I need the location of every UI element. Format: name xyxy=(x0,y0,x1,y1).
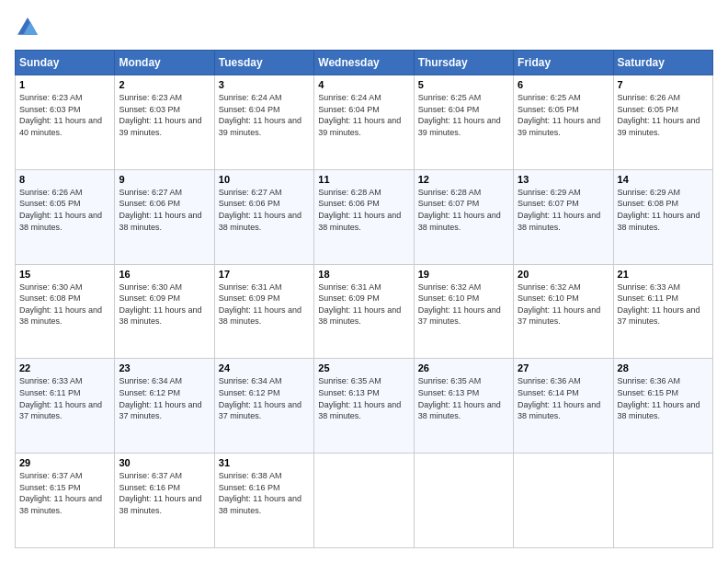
calendar-cell: 20 Sunrise: 6:32 AM Sunset: 6:10 PM Dayl… xyxy=(514,264,613,359)
day-info: Sunrise: 6:31 AM Sunset: 6:09 PM Dayligh… xyxy=(219,282,310,327)
day-number: 23 xyxy=(119,362,210,373)
calendar-cell: 17 Sunrise: 6:31 AM Sunset: 6:09 PM Dayl… xyxy=(214,264,313,359)
day-info: Sunrise: 6:28 AM Sunset: 6:07 PM Dayligh… xyxy=(418,187,509,233)
page: SundayMondayTuesdayWednesdayThursdayFrid… xyxy=(0,0,728,563)
calendar-cell: 24 Sunrise: 6:34 AM Sunset: 6:12 PM Dayl… xyxy=(214,359,313,454)
day-number: 13 xyxy=(518,174,609,185)
calendar-cell: 6 Sunrise: 6:25 AM Sunset: 6:05 PM Dayli… xyxy=(514,75,613,170)
day-number: 25 xyxy=(318,362,409,373)
calendar-cell: 22 Sunrise: 6:33 AM Sunset: 6:11 PM Dayl… xyxy=(16,359,115,454)
day-number: 17 xyxy=(219,269,310,280)
calendar-cell: 1 Sunrise: 6:23 AM Sunset: 6:03 PM Dayli… xyxy=(16,75,115,170)
day-info: Sunrise: 6:24 AM Sunset: 6:04 PM Dayligh… xyxy=(318,92,409,138)
day-info: Sunrise: 6:30 AM Sunset: 6:09 PM Dayligh… xyxy=(119,282,210,327)
day-number: 29 xyxy=(19,457,110,468)
day-number: 7 xyxy=(618,79,709,90)
calendar-cell xyxy=(514,454,613,548)
calendar-week-row: 8 Sunrise: 6:26 AM Sunset: 6:05 PM Dayli… xyxy=(16,169,713,264)
calendar-day-header: Monday xyxy=(115,51,214,75)
day-number: 8 xyxy=(19,174,110,185)
day-info: Sunrise: 6:25 AM Sunset: 6:05 PM Dayligh… xyxy=(518,92,609,138)
day-number: 10 xyxy=(219,174,310,185)
calendar-day-header: Thursday xyxy=(414,51,513,75)
calendar-cell: 8 Sunrise: 6:26 AM Sunset: 6:05 PM Dayli… xyxy=(16,169,115,264)
calendar-cell: 4 Sunrise: 6:24 AM Sunset: 6:04 PM Dayli… xyxy=(314,75,414,170)
calendar-week-row: 15 Sunrise: 6:30 AM Sunset: 6:08 PM Dayl… xyxy=(16,264,713,359)
day-info: Sunrise: 6:32 AM Sunset: 6:10 PM Dayligh… xyxy=(418,282,509,327)
day-info: Sunrise: 6:33 AM Sunset: 6:11 PM Dayligh… xyxy=(19,375,110,421)
day-info: Sunrise: 6:37 AM Sunset: 6:16 PM Dayligh… xyxy=(119,470,210,516)
day-number: 9 xyxy=(119,174,210,185)
day-number: 14 xyxy=(618,174,709,185)
day-info: Sunrise: 6:28 AM Sunset: 6:06 PM Dayligh… xyxy=(318,187,409,233)
calendar-cell xyxy=(314,454,414,548)
day-info: Sunrise: 6:27 AM Sunset: 6:06 PM Dayligh… xyxy=(119,187,210,233)
calendar-cell: 26 Sunrise: 6:35 AM Sunset: 6:13 PM Dayl… xyxy=(414,359,513,454)
day-number: 3 xyxy=(219,79,310,90)
day-info: Sunrise: 6:31 AM Sunset: 6:09 PM Dayligh… xyxy=(318,282,409,327)
calendar-cell: 28 Sunrise: 6:36 AM Sunset: 6:15 PM Dayl… xyxy=(613,359,712,454)
day-info: Sunrise: 6:26 AM Sunset: 6:05 PM Dayligh… xyxy=(19,187,110,233)
day-info: Sunrise: 6:32 AM Sunset: 6:10 PM Dayligh… xyxy=(518,282,609,327)
day-info: Sunrise: 6:33 AM Sunset: 6:11 PM Dayligh… xyxy=(618,282,709,327)
calendar-cell: 15 Sunrise: 6:30 AM Sunset: 6:08 PM Dayl… xyxy=(16,264,115,359)
calendar-day-header: Tuesday xyxy=(214,51,313,75)
calendar-week-row: 22 Sunrise: 6:33 AM Sunset: 6:11 PM Dayl… xyxy=(16,359,713,454)
calendar-cell: 9 Sunrise: 6:27 AM Sunset: 6:06 PM Dayli… xyxy=(115,169,214,264)
day-info: Sunrise: 6:23 AM Sunset: 6:03 PM Dayligh… xyxy=(19,92,110,138)
calendar-day-header: Wednesday xyxy=(314,51,414,75)
calendar-cell xyxy=(613,454,712,548)
calendar-day-header: Friday xyxy=(514,51,613,75)
calendar-cell xyxy=(414,454,513,548)
calendar-week-row: 1 Sunrise: 6:23 AM Sunset: 6:03 PM Dayli… xyxy=(16,75,713,170)
day-info: Sunrise: 6:29 AM Sunset: 6:08 PM Dayligh… xyxy=(618,187,709,233)
calendar-cell: 31 Sunrise: 6:38 AM Sunset: 6:16 PM Dayl… xyxy=(214,454,313,548)
calendar-cell: 18 Sunrise: 6:31 AM Sunset: 6:09 PM Dayl… xyxy=(314,264,414,359)
calendar-cell: 16 Sunrise: 6:30 AM Sunset: 6:09 PM Dayl… xyxy=(115,264,214,359)
day-number: 22 xyxy=(19,362,110,373)
calendar-cell: 13 Sunrise: 6:29 AM Sunset: 6:07 PM Dayl… xyxy=(514,169,613,264)
calendar-cell: 12 Sunrise: 6:28 AM Sunset: 6:07 PM Dayl… xyxy=(414,169,513,264)
day-info: Sunrise: 6:35 AM Sunset: 6:13 PM Dayligh… xyxy=(418,375,509,421)
day-info: Sunrise: 6:30 AM Sunset: 6:08 PM Dayligh… xyxy=(19,282,110,327)
day-info: Sunrise: 6:34 AM Sunset: 6:12 PM Dayligh… xyxy=(219,375,310,421)
day-info: Sunrise: 6:38 AM Sunset: 6:16 PM Dayligh… xyxy=(219,470,310,516)
calendar-cell: 29 Sunrise: 6:37 AM Sunset: 6:15 PM Dayl… xyxy=(16,454,115,548)
calendar-table: SundayMondayTuesdayWednesdayThursdayFrid… xyxy=(15,50,713,548)
calendar-day-header: Sunday xyxy=(16,51,115,75)
header xyxy=(15,15,713,40)
calendar-cell: 5 Sunrise: 6:25 AM Sunset: 6:04 PM Dayli… xyxy=(414,75,513,170)
day-number: 4 xyxy=(318,79,409,90)
calendar-cell: 11 Sunrise: 6:28 AM Sunset: 6:06 PM Dayl… xyxy=(314,169,414,264)
day-info: Sunrise: 6:29 AM Sunset: 6:07 PM Dayligh… xyxy=(518,187,609,233)
day-info: Sunrise: 6:25 AM Sunset: 6:04 PM Dayligh… xyxy=(418,92,509,138)
day-number: 11 xyxy=(318,174,409,185)
day-info: Sunrise: 6:24 AM Sunset: 6:04 PM Dayligh… xyxy=(219,92,310,138)
calendar-cell: 30 Sunrise: 6:37 AM Sunset: 6:16 PM Dayl… xyxy=(115,454,214,548)
day-info: Sunrise: 6:36 AM Sunset: 6:15 PM Dayligh… xyxy=(618,375,709,421)
calendar-header-row: SundayMondayTuesdayWednesdayThursdayFrid… xyxy=(16,51,713,75)
day-number: 15 xyxy=(19,269,110,280)
day-info: Sunrise: 6:36 AM Sunset: 6:14 PM Dayligh… xyxy=(518,375,609,421)
calendar-cell: 10 Sunrise: 6:27 AM Sunset: 6:06 PM Dayl… xyxy=(214,169,313,264)
day-info: Sunrise: 6:35 AM Sunset: 6:13 PM Dayligh… xyxy=(318,375,409,421)
day-number: 1 xyxy=(19,79,110,90)
day-number: 21 xyxy=(618,269,709,280)
day-info: Sunrise: 6:34 AM Sunset: 6:12 PM Dayligh… xyxy=(119,375,210,421)
day-number: 26 xyxy=(418,362,509,373)
day-number: 27 xyxy=(518,362,609,373)
day-info: Sunrise: 6:26 AM Sunset: 6:05 PM Dayligh… xyxy=(618,92,709,138)
logo xyxy=(15,15,44,40)
day-number: 24 xyxy=(219,362,310,373)
day-number: 12 xyxy=(418,174,509,185)
calendar-cell: 3 Sunrise: 6:24 AM Sunset: 6:04 PM Dayli… xyxy=(214,75,313,170)
day-number: 20 xyxy=(518,269,609,280)
day-number: 31 xyxy=(219,457,310,468)
logo-icon xyxy=(15,15,40,40)
day-number: 30 xyxy=(119,457,210,468)
calendar-cell: 7 Sunrise: 6:26 AM Sunset: 6:05 PM Dayli… xyxy=(613,75,712,170)
calendar-cell: 23 Sunrise: 6:34 AM Sunset: 6:12 PM Dayl… xyxy=(115,359,214,454)
day-number: 2 xyxy=(119,79,210,90)
day-number: 16 xyxy=(119,269,210,280)
day-number: 18 xyxy=(318,269,409,280)
